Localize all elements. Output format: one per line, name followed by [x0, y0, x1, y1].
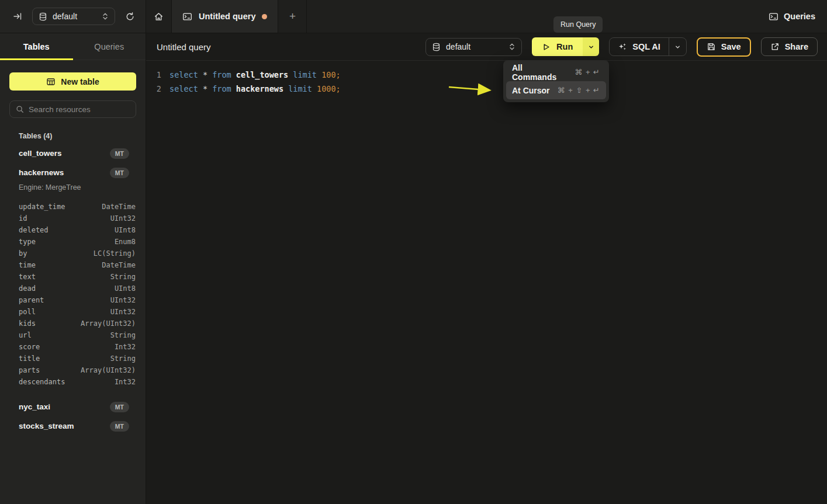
- new-table-label: New table: [61, 77, 99, 86]
- code-line-1: 1 select * from cell_towers limit 100;: [153, 68, 827, 82]
- tables-section-title: Tables (4): [19, 132, 136, 140]
- column-row: by LC(String): [19, 248, 136, 259]
- play-icon: [542, 43, 551, 51]
- run-split-button[interactable]: Run: [532, 37, 599, 56]
- column-type: DateTime: [102, 261, 136, 269]
- table-row-cell-towers[interactable]: cell_towers MT: [19, 144, 129, 163]
- engine-badge: MT: [110, 168, 129, 178]
- column-row: text String: [19, 271, 136, 283]
- code-text: select * from hackernews limit 1000;: [169, 84, 341, 93]
- table-row-stocks-stream[interactable]: stocks_stream MT: [19, 416, 129, 436]
- column-type: UInt32: [110, 308, 136, 316]
- menu-item-shortcut: ⌘ + ⇧ + ↵: [558, 86, 600, 95]
- table-engine-info: Engine: MergeTree: [19, 183, 136, 196]
- column-type: DateTime: [102, 203, 136, 211]
- home-icon: [154, 12, 164, 22]
- query-database-selector[interactable]: default: [425, 38, 522, 56]
- column-row: descendants Int32: [19, 376, 136, 388]
- queries-button-label: Queries: [784, 12, 815, 21]
- column-row: time DateTime: [19, 259, 136, 271]
- column-name: time: [19, 261, 36, 269]
- new-tab-button[interactable]: +: [278, 0, 307, 33]
- share-button[interactable]: Share: [761, 37, 818, 56]
- table-name: cell_towers: [19, 149, 62, 158]
- column-row: title String: [19, 353, 136, 364]
- sql-ai-label: SQL AI: [632, 42, 660, 51]
- menu-item-label: At Cursor: [512, 86, 550, 95]
- menu-item-at-cursor[interactable]: At Cursor ⌘ + ⇧ + ↵: [506, 81, 606, 99]
- collapse-sidebar-button[interactable]: [12, 11, 23, 22]
- database-selector-value: default: [53, 12, 96, 21]
- column-name: title: [19, 354, 40, 363]
- column-type: Enum8: [115, 238, 136, 246]
- column-type: UInt8: [115, 226, 136, 234]
- table-name: hackernews: [19, 168, 64, 177]
- column-type: Int32: [115, 343, 136, 351]
- column-name: descendants: [19, 378, 65, 386]
- column-type: Array(UInt32): [81, 319, 136, 328]
- table-row-nyc-taxi[interactable]: nyc_taxi MT: [19, 397, 129, 416]
- tab-strip: Untitled query +: [146, 0, 307, 33]
- column-name: dead: [19, 284, 36, 293]
- database-icon: [432, 43, 441, 51]
- column-name: update_time: [19, 203, 65, 211]
- tab-untitled-query[interactable]: Untitled query: [172, 0, 278, 33]
- search-input[interactable]: [29, 105, 132, 114]
- chevron-updown-icon: [102, 12, 109, 20]
- run-options-caret[interactable]: [583, 37, 599, 56]
- column-name: id: [19, 214, 27, 223]
- sidebar-tab-queries[interactable]: Queries: [73, 33, 146, 60]
- toolbar-actions: default Run: [425, 37, 818, 57]
- column-type: String: [110, 354, 136, 363]
- sql-ai-split-button[interactable]: SQL AI: [609, 37, 687, 56]
- share-button-label: Share: [785, 42, 808, 51]
- run-button-label: Run: [556, 42, 573, 51]
- queries-button[interactable]: Queries: [757, 0, 827, 33]
- run-options-menu: All Commands ⌘ + ↵ At Cursor ⌘ + ⇧ + ↵: [503, 60, 609, 102]
- menu-item-all-commands[interactable]: All Commands ⌘ + ↵: [506, 63, 606, 81]
- column-name: url: [19, 331, 32, 339]
- terminal-icon: [182, 12, 192, 22]
- sql-console-app: default Untitled query: [0, 0, 827, 504]
- line-number: 1: [153, 70, 161, 79]
- column-name: poll: [19, 308, 36, 316]
- table-row-hackernews[interactable]: hackernews MT: [19, 163, 129, 182]
- database-icon: [39, 12, 47, 21]
- collapse-sidebar-icon: [13, 12, 22, 21]
- save-button-label: Save: [721, 42, 741, 51]
- column-name: by: [19, 249, 27, 258]
- run-button[interactable]: Run: [532, 37, 583, 56]
- sql-editor[interactable]: 1 select * from cell_towers limit 100; 2…: [146, 61, 827, 504]
- column-type: String: [110, 273, 136, 281]
- topbar-spacer: [307, 0, 757, 33]
- topbar-left: default: [0, 0, 146, 33]
- column-name: type: [19, 238, 36, 246]
- column-name: parts: [19, 366, 40, 374]
- sidebar-tabs: Tables Queries: [0, 33, 146, 60]
- column-type: LC(String): [94, 249, 136, 258]
- database-selector[interactable]: default: [32, 8, 115, 25]
- chevron-updown-icon: [508, 43, 515, 51]
- save-button[interactable]: Save: [697, 37, 751, 57]
- column-name: kids: [19, 319, 36, 328]
- home-tab-button[interactable]: [146, 0, 172, 33]
- column-name: text: [19, 273, 36, 281]
- column-row: score Int32: [19, 341, 136, 353]
- table-name: nyc_taxi: [19, 402, 50, 411]
- column-type: UInt8: [115, 284, 136, 293]
- menu-item-label: All Commands: [512, 63, 568, 82]
- column-row: type Enum8: [19, 236, 136, 248]
- queries-terminal-icon: [769, 12, 778, 22]
- new-table-button[interactable]: New table: [9, 72, 136, 91]
- table-name: stocks_stream: [19, 422, 74, 430]
- column-row: update_time DateTime: [19, 201, 136, 213]
- active-tab-underline: [0, 58, 73, 60]
- code-line-2: 2 select * from hackernews limit 1000;: [153, 82, 827, 96]
- sidebar-tab-tables[interactable]: Tables: [0, 33, 73, 60]
- sql-ai-caret[interactable]: [669, 38, 686, 55]
- column-row: url String: [19, 329, 136, 341]
- query-database-value: default: [446, 42, 503, 51]
- refresh-icon: [125, 12, 135, 22]
- sql-ai-button[interactable]: SQL AI: [610, 38, 669, 55]
- refresh-button[interactable]: [124, 11, 136, 23]
